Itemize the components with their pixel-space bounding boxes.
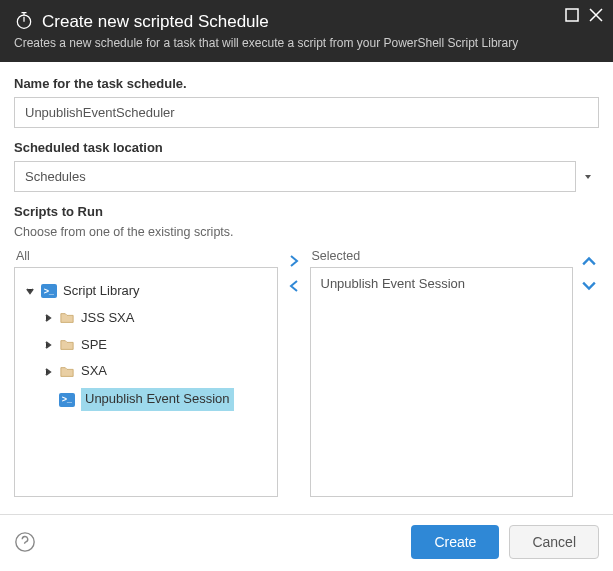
cancel-button[interactable]: Cancel: [509, 525, 599, 559]
folder-icon: [59, 310, 75, 326]
tree-node-jss-sxa[interactable]: JSS SXA: [41, 305, 269, 332]
scripts-label: Scripts to Run: [14, 204, 599, 219]
tree-node-label: SXA: [81, 361, 107, 382]
schedule-name-input[interactable]: [14, 97, 599, 128]
dialog-subtitle: Creates a new schedule for a task that w…: [14, 36, 599, 50]
location-label: Scheduled task location: [14, 140, 599, 155]
help-icon[interactable]: [14, 531, 36, 553]
selected-pane-header: Selected: [310, 249, 574, 267]
move-right-icon[interactable]: [288, 255, 300, 270]
dialog-body: Name for the task schedule. Scheduled ta…: [0, 62, 613, 514]
mover-controls: [284, 249, 304, 497]
chevron-right-icon[interactable]: [43, 341, 53, 349]
powershell-icon: >_: [59, 392, 75, 408]
tree-node-label: JSS SXA: [81, 308, 134, 329]
move-up-icon[interactable]: [582, 255, 596, 272]
tree-node-label: SPE: [81, 335, 107, 356]
dialog-title: Create new scripted Schedule: [42, 12, 269, 32]
create-button[interactable]: Create: [411, 525, 499, 559]
folder-icon: [59, 364, 75, 380]
tree-node-label: Unpublish Event Session: [81, 388, 234, 411]
reorder-controls: [579, 249, 599, 497]
dialog-header: Create new scripted Schedule Creates a n…: [0, 0, 613, 62]
svg-rect-0: [566, 9, 578, 21]
tree-node-sxa[interactable]: SXA: [41, 358, 269, 385]
scripts-sublabel: Choose from one of the existing scripts.: [14, 225, 599, 239]
chevron-right-icon[interactable]: [43, 314, 53, 322]
all-pane-header: All: [14, 249, 278, 267]
all-scripts-pane: >_ Script Library JSS SXA SPE: [14, 267, 278, 497]
move-down-icon[interactable]: [582, 278, 596, 295]
selected-scripts-pane: Unpublish Event Session: [310, 267, 574, 497]
maximize-icon[interactable]: [565, 8, 579, 25]
script-library-icon: >_: [41, 283, 57, 299]
tree-root-label: Script Library: [63, 281, 140, 302]
tree-root[interactable]: >_ Script Library: [23, 278, 269, 305]
close-icon[interactable]: [589, 8, 603, 25]
chevron-down-icon[interactable]: [25, 287, 35, 295]
stopwatch-icon: [14, 10, 34, 33]
location-dropdown-toggle[interactable]: [575, 161, 599, 192]
tree-node-unpublish-event-session[interactable]: >_ Unpublish Event Session: [41, 385, 269, 414]
name-label: Name for the task schedule.: [14, 76, 599, 91]
chevron-right-icon[interactable]: [43, 368, 53, 376]
dialog-footer: Create Cancel: [0, 514, 613, 571]
schedule-location-input[interactable]: [14, 161, 599, 192]
folder-icon: [59, 337, 75, 353]
selected-item[interactable]: Unpublish Event Session: [321, 276, 563, 291]
move-left-icon[interactable]: [288, 280, 300, 295]
tree-node-spe[interactable]: SPE: [41, 332, 269, 359]
